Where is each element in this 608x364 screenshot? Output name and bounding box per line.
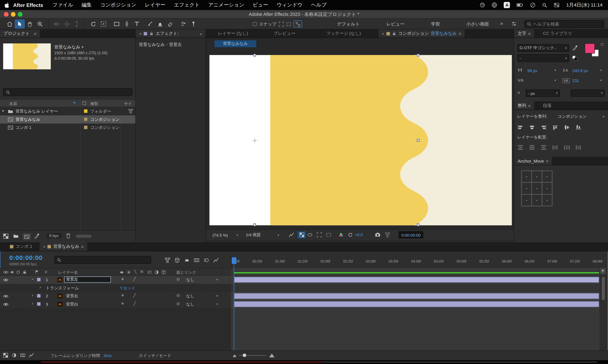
font-style-dropdown[interactable]: -▾ (517, 54, 569, 62)
project-item-name[interactable]: 背景なみなみ ▾ (54, 44, 84, 50)
parent-pickwhip-icon[interactable]: ◎ (176, 277, 180, 281)
quality-switch[interactable]: ╱ (134, 293, 136, 297)
guides-region-icon[interactable] (326, 232, 331, 237)
close-window-button[interactable] (4, 12, 8, 17)
layer-duration-bar-3[interactable] (234, 301, 599, 307)
sort-direction-icon[interactable]: ▼ (73, 101, 76, 104)
pan-behind-tool[interactable] (98, 19, 109, 28)
show-snapshot-icon[interactable] (385, 232, 390, 237)
menu-animation[interactable]: アニメーション (208, 1, 244, 8)
project-row-name[interactable]: 背景なみなみ レイヤー (15, 109, 58, 114)
frame-blending-icon[interactable] (194, 258, 199, 263)
expand-layer-switches-icon[interactable] (3, 353, 8, 358)
zoom-tool[interactable] (35, 19, 45, 28)
anchor-cell-bottom-center[interactable]: · (532, 194, 542, 206)
menu-composition[interactable]: コンポジション (100, 1, 137, 8)
disclosure-icon[interactable]: › (40, 285, 41, 289)
panel-menu-icon[interactable]: ≡ (546, 159, 548, 163)
eyedropper-icon[interactable] (572, 45, 577, 50)
timeline-search-field[interactable] (54, 256, 151, 264)
close-panel-icon[interactable]: × (43, 244, 46, 249)
composition-mini-flowchart-icon[interactable] (165, 258, 170, 263)
snap-option-a-icon[interactable] (279, 22, 284, 26)
tab-project[interactable]: プロジェクト ≡ (0, 29, 40, 38)
timeline-search-input[interactable] (63, 258, 141, 262)
menu-help[interactable]: ヘルプ (311, 1, 327, 8)
menubar-clock[interactable]: 1月4日(水) 11:14 (567, 2, 603, 8)
unit-dropdown[interactable]: - px▾ (526, 90, 560, 97)
channel-show-icon[interactable] (339, 232, 344, 237)
anchor-cell-mid-right[interactable]: · (542, 182, 552, 194)
disclosure-icon[interactable]: › (32, 301, 33, 306)
help-search-field[interactable] (524, 20, 604, 28)
project-row-comp-selected[interactable]: 背景なみなみ コンポジション (0, 115, 135, 124)
transparency-grid-icon[interactable] (297, 231, 306, 238)
workspace-small-screen[interactable]: 小さい画面 (466, 21, 489, 27)
layer-visibility-icon[interactable] (3, 302, 9, 306)
shape-tool[interactable] (112, 19, 122, 28)
motion-blur-icon[interactable] (204, 258, 209, 263)
workspace-settings-icon[interactable] (511, 21, 517, 27)
align-top-icon[interactable] (552, 123, 558, 132)
close-panel-icon[interactable]: × (382, 31, 384, 36)
help-search-input[interactable] (533, 22, 595, 26)
extra-dropdown[interactable]: ▾ (571, 90, 605, 97)
font-size-dropdown-icon[interactable]: ▾ (554, 68, 556, 72)
label-color-chip[interactable] (84, 109, 88, 113)
timeline-vscrollbar[interactable] (602, 277, 605, 300)
tree-expand-icon[interactable]: ▶ (2, 109, 4, 112)
layer-label-chip[interactable] (37, 302, 41, 306)
puppet-pin-tool[interactable] (188, 19, 198, 28)
tab-align[interactable]: 整列≡ (514, 102, 534, 110)
tab-paragraph[interactable]: 段落 (539, 102, 555, 110)
lock-icon[interactable] (150, 31, 154, 36)
align-bottom-icon[interactable] (576, 123, 581, 132)
tab-anchor-move[interactable]: Anchor_Move≡ (514, 157, 552, 165)
tab-layer-viewer[interactable]: レイヤー (なし) (214, 29, 251, 38)
hide-shy-layers-icon[interactable] (184, 258, 190, 263)
character-options-icon[interactable]: ≡ (518, 91, 520, 95)
column-name[interactable]: 名前 (9, 101, 17, 106)
current-time-indicator-handle[interactable] (232, 257, 236, 264)
control-center-icon[interactable] (554, 3, 560, 7)
panel-menu-icon[interactable]: ≡ (459, 31, 461, 36)
collapse-switch[interactable]: ∗ (121, 293, 124, 297)
mask-visibility-icon[interactable] (307, 232, 313, 237)
quality-switch[interactable]: ╱ (134, 277, 136, 281)
transform-reset-link[interactable]: リセット (120, 285, 135, 291)
parent-link-column-header[interactable]: 親とリンク (176, 270, 196, 275)
workspace-review[interactable]: レビュー (386, 21, 404, 27)
column-size[interactable]: サイ (124, 101, 132, 106)
anchor-cell-top-center[interactable]: · (532, 171, 542, 183)
input-source-icon[interactable]: A (504, 2, 510, 8)
rotation-tool[interactable] (88, 19, 99, 28)
label-color-column-icon[interactable] (83, 102, 86, 105)
panel-menu-icon[interactable]: ≡ (528, 103, 531, 108)
exposure-value[interactable]: +0.0 (355, 232, 363, 237)
bit-depth-badge[interactable]: 8 bpc (46, 233, 61, 238)
anchor-cell-top-left[interactable]: · (522, 171, 532, 183)
disclosure-icon[interactable]: › (32, 293, 33, 297)
leading-value[interactable]: 240.9 px (572, 68, 588, 73)
tab-preview[interactable]: プレビュー (270, 29, 299, 38)
selection-handle-bottom-left[interactable] (253, 223, 256, 226)
align-right-icon[interactable] (541, 123, 547, 132)
draft-3d-icon[interactable] (174, 258, 180, 263)
region-of-interest-icon[interactable] (317, 232, 322, 237)
current-time-indicator-line[interactable] (234, 264, 234, 350)
minimize-window-button[interactable] (11, 12, 15, 17)
project-search-input[interactable] (12, 90, 121, 94)
dolly-camera-tool[interactable] (72, 19, 82, 28)
tab-effect-controls[interactable]: × エフェクト: » (136, 29, 206, 38)
time-ruler[interactable]: 00f 00:25f 01:00f 01:25f 02:00f 02:25f 0… (231, 256, 599, 267)
layer-row-3[interactable]: › 3 Ai 背景白 ∗ ╱ ◎ なし▾ (0, 300, 231, 308)
expand-transfer-controls-icon[interactable] (12, 353, 17, 358)
layer-duration-bar-2[interactable] (234, 293, 599, 299)
anchor-cell-bottom-right[interactable]: · (542, 194, 552, 206)
align-left-icon[interactable] (517, 123, 523, 132)
font-size-value[interactable]: 99 px (527, 68, 537, 73)
column-type[interactable]: 種類 (90, 101, 98, 106)
tracking-value[interactable]: 231 (572, 78, 579, 83)
lock-icon[interactable] (392, 31, 396, 36)
layer-name[interactable]: 背景右 (66, 294, 78, 299)
